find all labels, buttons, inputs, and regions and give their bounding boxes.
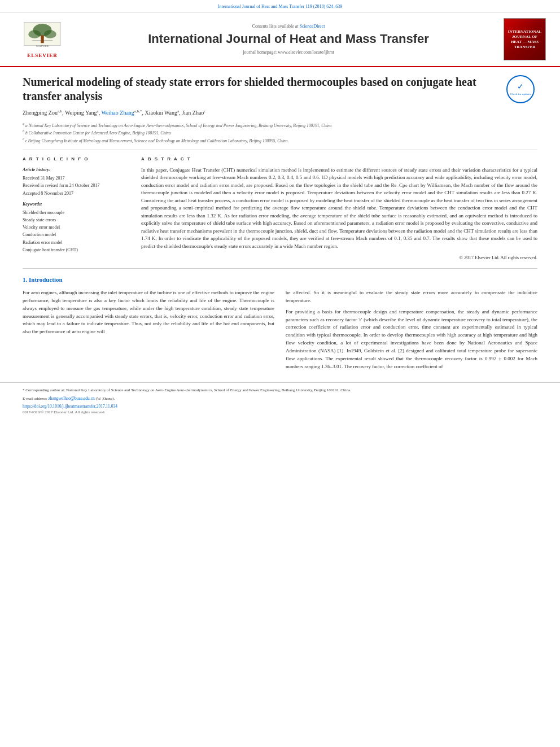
elsevier-logo: ELSEVIER ELSEVIER	[11, 20, 73, 59]
intro-para-1: For aero engines, although increasing th…	[23, 289, 274, 337]
article-info-heading: A R T I C L E I N F O	[23, 156, 130, 162]
keyword-5: Radiation error model	[23, 239, 130, 246]
abstract-heading: A B S T R A C T	[141, 156, 537, 162]
intro-para-2: be affected. So it is meaningful to eval…	[286, 289, 537, 305]
footer-doi-issn: https://doi.org/10.1016/j.ijheatmasstran…	[23, 404, 537, 416]
journal-header-center: Contents lists available at ScienceDirec…	[73, 23, 504, 55]
author-weihao[interactable]: Weihao Zhang	[101, 110, 134, 116]
article-info-col: A R T I C L E I N F O Article history: R…	[23, 156, 130, 262]
keyword-4: Conduction model	[23, 231, 130, 238]
intro-columns: For aero engines, although increasing th…	[23, 289, 537, 374]
keyword-1: Shielded thermocouple	[23, 209, 130, 216]
keyword-6: Conjugate heat transfer (CHT)	[23, 247, 130, 253]
journal-homepage: journal homepage: www.elsevier.com/locat…	[79, 49, 498, 55]
intro-col-left: For aero engines, although increasing th…	[23, 289, 274, 374]
email-suffix: (W. Zhang).	[96, 396, 115, 401]
cover-line1: INTERNATIONAL	[508, 29, 541, 34]
article-title-section: Numerical modeling of steady state error…	[23, 75, 537, 103]
affiliation-b: b b Collaborative Innovation Center for …	[23, 128, 537, 136]
top-citation-bar: International Journal of Heat and Mass T…	[0, 0, 560, 12]
doi-link[interactable]: https://doi.org/10.1016/j.ijheatmasstran…	[23, 404, 117, 409]
author-weiping: Weiping Yang	[65, 110, 97, 116]
intro-para-3: For providing a basis for thermocouple d…	[286, 308, 537, 372]
received-revised-date: Received in revised form 24 October 2017	[23, 182, 130, 189]
article-body: Numerical modeling of steady state error…	[0, 67, 560, 382]
author-jian: Jian Zhao	[182, 110, 204, 116]
intro-col-right: be affected. So it is meaningful to eval…	[286, 289, 537, 374]
sciencedirect-link[interactable]: ScienceDirect	[300, 24, 325, 29]
elsevier-tree-icon: ELSEVIER	[20, 20, 65, 51]
affiliations: a a National Key Laboratory of Science a…	[23, 121, 537, 144]
check-icon: ✓	[517, 82, 524, 92]
check-for-updates: ✓ Check for updates	[506, 75, 537, 103]
abstract-col: A B S T R A C T In this paper, Conjugate…	[141, 156, 537, 262]
journal-cover-image: INTERNATIONAL JOURNAL OF HEAT — MASS TRA…	[504, 18, 546, 60]
intro-heading: 1. Introduction	[23, 276, 537, 284]
introduction-section: 1. Introduction For aero engines, althou…	[23, 276, 537, 374]
elsevier-logo-section: ELSEVIER ELSEVIER	[11, 20, 73, 59]
keyword-3: Velocity error model	[23, 224, 130, 230]
keywords-label: Keywords:	[23, 201, 130, 207]
abstract-text: In this paper, Conjugate Heat Transfer (…	[141, 167, 537, 251]
issn-line: 0017-9310/© 2017 Elsevier Ltd. All right…	[23, 410, 105, 414]
affiliation-c: c c Beijing Changcheng Institute of Metr…	[23, 136, 537, 144]
cover-line4: TRANSFER	[508, 45, 541, 50]
corresponding-note: * Corresponding author at: National Key …	[23, 387, 537, 394]
citation-text: International Journal of Heat and Mass T…	[218, 4, 342, 9]
article-title: Numerical modeling of steady state error…	[23, 75, 498, 103]
journal-title: International Journal of Heat and Mass T…	[79, 32, 498, 46]
journal-cover: INTERNATIONAL JOURNAL OF HEAT — MASS TRA…	[504, 18, 549, 60]
affiliation-a: a a National Key Laboratory of Science a…	[23, 121, 537, 129]
svg-point-3	[44, 30, 56, 38]
email-address[interactable]: zhangweihao@buaa.edu.cn	[49, 396, 95, 401]
check-badge-label: Check for updates	[510, 93, 531, 96]
elsevier-label: ELSEVIER	[27, 52, 58, 59]
cover-line3: HEAT — MASS	[508, 40, 541, 45]
received-date: Received 31 May 2017	[23, 175, 130, 181]
history-label: Article history:	[23, 167, 130, 173]
author-zhengping: Zhengping Zou	[23, 110, 58, 116]
contents-line: Contents lists available at ScienceDirec…	[79, 23, 498, 29]
keyword-2: Steady state errors	[23, 217, 130, 223]
check-badge: ✓ Check for updates	[506, 75, 535, 103]
author-xiaokui: Xiaokui Wang	[145, 110, 177, 116]
email-label: E-mail address:	[23, 396, 47, 401]
svg-rect-4	[41, 35, 44, 43]
journal-header: ELSEVIER ELSEVIER Contents lists availab…	[0, 12, 560, 67]
copyright-line: © 2017 Elsevier Ltd. All rights reserved…	[141, 255, 537, 261]
accepted-date: Accepted 8 November 2017	[23, 190, 130, 196]
email-line: E-mail address: zhangweihao@buaa.edu.cn …	[23, 395, 537, 402]
svg-text:ELSEVIER: ELSEVIER	[36, 45, 49, 47]
authors-line: Zhengping Zoua,b, Weiping Yanga, Weihao …	[23, 109, 537, 117]
section-divider	[23, 268, 537, 269]
cover-line2: JOURNAL OF	[508, 34, 541, 40]
info-abstract-section: A R T I C L E I N F O Article history: R…	[23, 150, 537, 262]
svg-point-2	[28, 30, 41, 38]
page-footer: * Corresponding author at: National Key …	[0, 382, 560, 418]
